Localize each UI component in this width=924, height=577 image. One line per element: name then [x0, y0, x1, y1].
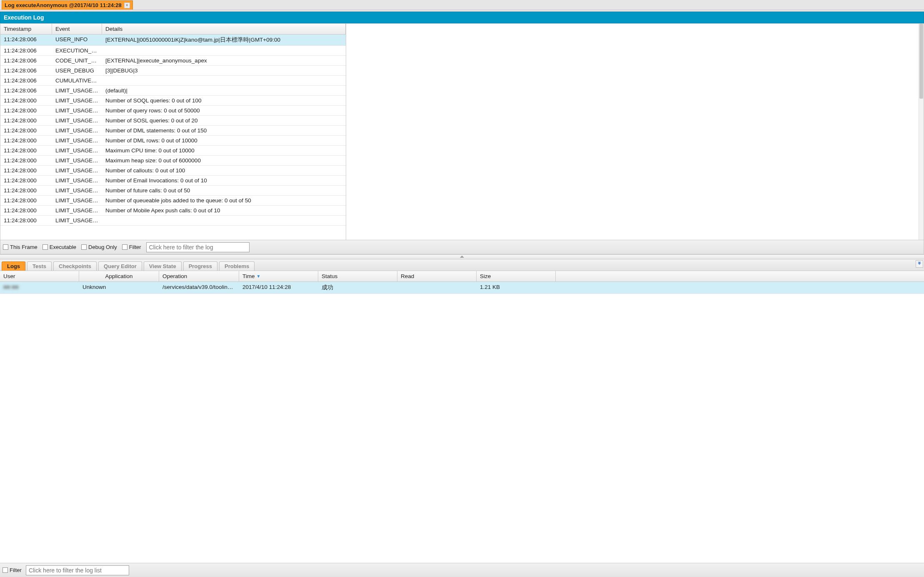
log-row[interactable]: 11:24:28:000LIMIT_USAGE_…Number of futur… [0, 186, 346, 196]
log-row[interactable]: 11:24:28:000LIMIT_USAGE_…Number of DML r… [0, 136, 346, 146]
cell-event: LIMIT_USAGE_… [52, 96, 102, 105]
tab-checkpoints[interactable]: Checkpoints [53, 261, 97, 271]
checkbox-icon [122, 244, 127, 250]
checkbox-executable[interactable]: Executable [42, 244, 76, 250]
cell-event: LIMIT_USAGE_… [52, 156, 102, 165]
col-header-time[interactable]: Time ▼ [239, 271, 318, 281]
logs-filter-bar: Filter [0, 563, 924, 577]
cell-timestamp: 11:24:28:000 [0, 126, 52, 135]
col-header-timestamp[interactable]: Timestamp [0, 24, 52, 34]
cell-timestamp: 11:24:28:000 [0, 96, 52, 105]
log-row[interactable]: 11:24:28:006CUMULATIVE_… [0, 76, 346, 86]
logs-header-row: User Application Operation Time ▼ Status… [0, 271, 924, 282]
cell-details: Number of DML rows: 0 out of 10000 [102, 136, 346, 145]
cell-timestamp: 11:24:28:006 [0, 56, 52, 65]
log-row[interactable]: 11:24:28:006USER_DEBUG[3]|DEBUG|3 [0, 66, 346, 76]
log-row[interactable]: 11:24:28:000LIMIT_USAGE_…Maximum heap si… [0, 156, 346, 166]
col-header-read[interactable]: Read [397, 271, 477, 281]
cell-event: LIMIT_USAGE_… [52, 146, 102, 155]
scrollbar-thumb[interactable] [919, 24, 923, 99]
cell-details: Number of DML statements: 0 out of 150 [102, 126, 346, 135]
col-header-status[interactable]: Status [318, 271, 397, 281]
cell-read [397, 282, 477, 293]
vertical-scrollbar[interactable] [919, 24, 924, 240]
cell-event: LIMIT_USAGE_… [52, 206, 102, 215]
cell-details: [EXTERNAL]|00510000001iKjZ|kano@tam.jp|日… [102, 35, 346, 45]
cell-timestamp: 11:24:28:000 [0, 106, 52, 115]
log-row[interactable]: 11:24:28:000LIMIT_USAGE_…Number of Email… [0, 176, 346, 186]
cell-timestamp: 11:24:28:000 [0, 166, 52, 175]
tab-logs[interactable]: Logs [2, 261, 25, 271]
log-filter-input[interactable] [146, 242, 250, 252]
col-header-operation[interactable]: Operation [159, 271, 239, 281]
cell-details: [3]|DEBUG|3 [102, 66, 346, 75]
cell-timestamp: 11:24:28:006 [0, 76, 52, 85]
cell-details: Number of SOQL queries: 0 out of 100 [102, 96, 346, 105]
tab-problems[interactable]: Problems [219, 261, 255, 271]
log-row[interactable]: 11:24:28:000LIMIT_USAGE_…Maximum CPU tim… [0, 146, 346, 156]
col-header-details[interactable]: Details [102, 24, 346, 34]
cell-timestamp: 11:24:28:000 [0, 156, 52, 165]
log-row[interactable]: 11:24:28:000LIMIT_USAGE_…Number of callo… [0, 166, 346, 176]
tab-query-editor[interactable]: Query Editor [98, 261, 142, 271]
cell-timestamp: 11:24:28:006 [0, 46, 52, 55]
cell-event: LIMIT_USAGE_… [52, 216, 102, 225]
cell-details [102, 216, 346, 225]
log-row[interactable]: 11:24:28:006USER_INFO[EXTERNAL]|00510000… [0, 35, 346, 46]
col-header-user[interactable]: User [0, 271, 79, 281]
checkbox-icon [3, 244, 8, 250]
col-header-application[interactable]: Application [79, 271, 159, 281]
horizontal-splitter[interactable] [0, 254, 924, 259]
log-row[interactable]: 11:24:28:000LIMIT_USAGE_…Number of SOSL … [0, 116, 346, 126]
log-row[interactable]: 11:24:28:000LIMIT_USAGE_…Number of Mobil… [0, 206, 346, 216]
log-row[interactable]: 11:24:28:006CODE_UNIT_S…[EXTERNAL]|execu… [0, 56, 346, 66]
cell-event: LIMIT_USAGE_… [52, 126, 102, 135]
cell-event: LIMIT_USAGE_… [52, 186, 102, 195]
cell-details: Number of queueable jobs added to the qu… [102, 196, 346, 205]
log-filter-bar: This Frame Executable Debug Only Filter [0, 240, 924, 254]
cell-event: CUMULATIVE_… [52, 76, 102, 85]
checkbox-icon [81, 244, 87, 250]
document-tab[interactable]: Log executeAnonymous @2017/4/10 11:24:28… [2, 0, 133, 10]
log-row[interactable]: 11:24:28:000LIMIT_USAGE_…Number of queue… [0, 196, 346, 206]
cell-event: LIMIT_USAGE_… [52, 196, 102, 205]
col-header-pad [556, 271, 924, 281]
checkbox-filter[interactable]: Filter [122, 244, 141, 250]
cell-timestamp: 11:24:28:000 [0, 146, 52, 155]
cell-details: Number of future calls: 0 out of 50 [102, 186, 346, 195]
tab-tests[interactable]: Tests [27, 261, 52, 271]
checkbox-label: Filter [129, 244, 141, 250]
cell-details: [EXTERNAL]|execute_anonymous_apex [102, 56, 346, 65]
log-row[interactable]: 11:24:28:000LIMIT_USAGE_…Number of query… [0, 106, 346, 116]
col-header-event[interactable]: Event [52, 24, 102, 34]
checkbox-icon [2, 567, 8, 573]
execution-log-grid: Timestamp Event Details 11:24:28:006USER… [0, 24, 346, 240]
logs-filter-input[interactable] [26, 565, 129, 575]
log-row[interactable]: 11:24:28:000LIMIT_USAGE_… [0, 216, 346, 226]
checkbox-icon [42, 244, 48, 250]
expand-panel-icon[interactable] [916, 260, 923, 268]
cell-event: LIMIT_USAGE_… [52, 136, 102, 145]
tab-view-state[interactable]: View State [144, 261, 182, 271]
cell-event: USER_DEBUG [52, 66, 102, 75]
close-icon[interactable]: × [124, 2, 130, 8]
cell-details [102, 46, 346, 55]
col-header-size[interactable]: Size [477, 271, 556, 281]
cell-details [102, 76, 346, 85]
cell-timestamp: 11:24:28:000 [0, 196, 52, 205]
tab-progress[interactable]: Progress [183, 261, 217, 271]
log-row[interactable]: 11:24:28:000LIMIT_USAGE_…Number of DML s… [0, 126, 346, 136]
log-row[interactable]: 11:24:28:000LIMIT_USAGE_…Number of SOQL … [0, 96, 346, 106]
cell-operation: /services/data/v39.0/tooling… [159, 282, 239, 293]
sort-desc-icon: ▼ [257, 274, 261, 279]
cell-timestamp: 11:24:28:006 [0, 35, 52, 45]
logs-row[interactable]: ■■ ■■Unknown/services/data/v39.0/tooling… [0, 282, 924, 294]
execution-log-panel: Timestamp Event Details 11:24:28:006USER… [0, 23, 924, 254]
checkbox-filter-loglist[interactable]: Filter [2, 567, 22, 573]
checkbox-this-frame[interactable]: This Frame [3, 244, 37, 250]
log-row[interactable]: 11:24:28:006EXECUTION_S… [0, 46, 346, 56]
log-row[interactable]: 11:24:28:006LIMIT_USAGE_…(default)| [0, 86, 346, 96]
cell-timestamp: 11:24:28:000 [0, 136, 52, 145]
grip-icon [458, 255, 466, 259]
checkbox-debug-only[interactable]: Debug Only [81, 244, 117, 250]
